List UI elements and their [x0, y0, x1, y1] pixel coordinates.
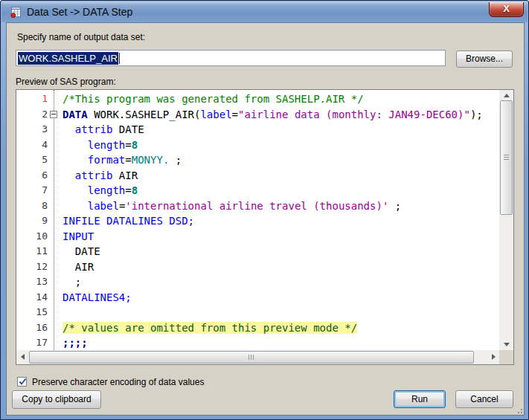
- code-line: 6 attrib AIR: [16, 168, 499, 184]
- code-line-text: /* values are omitted from this preview …: [62, 320, 357, 336]
- title-bar[interactable]: Data Set -> DATA Step X: [1, 1, 528, 22]
- line-number: 5: [16, 152, 48, 168]
- code-line: 16/* values are omitted from this previe…: [16, 320, 499, 336]
- resize-grip[interactable]: [515, 406, 522, 413]
- scroll-left-icon[interactable]: [16, 350, 28, 364]
- line-number: 10: [16, 229, 48, 245]
- window-title: Data Set -> DATA Step: [27, 6, 132, 18]
- code-line: 11 DATE: [16, 244, 499, 259]
- code-line-text: DATE: [62, 244, 100, 259]
- thumb-grip-icon: [504, 155, 509, 161]
- horizontal-scrollbar-thumb[interactable]: [29, 351, 474, 364]
- text-caret: [119, 53, 120, 64]
- line-number: 9: [16, 213, 48, 229]
- vertical-scrollbar[interactable]: [499, 90, 513, 350]
- line-number: 4: [16, 138, 48, 153]
- line-number: 17: [16, 335, 48, 350]
- code-line: 14DATALINES4;: [16, 290, 499, 306]
- run-button[interactable]: Run: [394, 390, 446, 408]
- code-line: 13 ;: [16, 274, 499, 290]
- line-number: 7: [16, 183, 48, 198]
- line-number: 1: [16, 91, 48, 107]
- code-line: 3 attrib DATE: [16, 122, 499, 138]
- code-line: 10INPUT: [16, 229, 499, 245]
- scroll-down-icon[interactable]: [499, 338, 513, 350]
- line-number: 13: [16, 274, 48, 290]
- line-number: 15: [16, 305, 48, 320]
- vertical-scrollbar-thumb[interactable]: [500, 100, 513, 215]
- line-number: 11: [16, 244, 48, 259]
- code-lines: 1/*This program was generated from SASHE…: [16, 91, 499, 350]
- line-number: 8: [16, 198, 48, 214]
- code-line-text: DATA WORK.SASHELP_AIR(label="airline dat…: [62, 107, 483, 123]
- code-line: 12 AIR: [16, 259, 499, 275]
- code-line: 9INFILE DATALINES DSD;: [16, 213, 499, 229]
- code-line: 8 label='international airline travel (t…: [16, 198, 499, 214]
- output-dataset-field[interactable]: WORK.SASHELP_AIR: [16, 50, 446, 66]
- thumb-grip-icon: [249, 355, 254, 360]
- code-line: 2DATA WORK.SASHELP_AIR(label="airline da…: [16, 107, 499, 123]
- line-number: 12: [16, 259, 48, 275]
- code-line-text: format=MONYY. ;: [62, 152, 182, 168]
- code-line-text: INPUT: [62, 229, 94, 245]
- preview-label: Preview of SAS program:: [16, 77, 116, 87]
- dialog-body: Specify name of output data set: WORK.SA…: [6, 22, 525, 416]
- close-button[interactable]: X: [489, 2, 524, 17]
- horizontal-scrollbar[interactable]: [16, 350, 499, 364]
- encoding-checkbox[interactable]: [17, 377, 27, 387]
- line-number: 14: [16, 290, 48, 306]
- code-line-text: attrib DATE: [62, 122, 144, 138]
- code-line: 15: [16, 305, 499, 320]
- code-line-text: length=8: [62, 183, 138, 198]
- code-line-text: AIR: [62, 259, 94, 275]
- scroll-right-icon[interactable]: [487, 350, 499, 364]
- code-line: 17;;;;: [16, 335, 499, 350]
- collapse-toggle-icon[interactable]: [50, 111, 57, 118]
- line-number: 3: [16, 122, 48, 138]
- data-set-icon: [10, 6, 22, 19]
- dialog-window: Data Set -> DATA Step X Specify name of …: [0, 0, 529, 420]
- code-line: 1/*This program was generated from SASHE…: [16, 91, 499, 107]
- sas-code-editor[interactable]: 1/*This program was generated from SASHE…: [16, 89, 514, 365]
- code-line-text: /*This program was generated from SASHEL…: [62, 91, 364, 107]
- browse-button[interactable]: Browse...: [456, 51, 513, 68]
- code-viewport[interactable]: 1/*This program was generated from SASHE…: [16, 90, 499, 350]
- code-line-text: DATALINES4;: [62, 290, 132, 306]
- code-line: 4 length=8: [16, 138, 499, 153]
- line-number: 6: [16, 168, 48, 184]
- line-number: 16: [16, 320, 48, 336]
- code-line-text: attrib AIR: [62, 168, 138, 184]
- code-line-text: ;: [62, 274, 81, 290]
- scrollbar-corner: [499, 350, 513, 364]
- code-line-text: label='international airline travel (tho…: [62, 198, 401, 214]
- selected-text: WORK.SASHELP_AIR: [18, 52, 118, 65]
- code-line-text: length=8: [62, 138, 138, 153]
- code-line-text: INFILE DATALINES DSD;: [62, 213, 194, 229]
- code-line: 7 length=8: [16, 183, 499, 198]
- code-line-text: ;;;;: [62, 335, 88, 350]
- line-number: 2: [16, 107, 48, 123]
- code-line: 5 format=MONYY. ;: [16, 152, 499, 168]
- output-dataset-label: Specify name of output data set:: [17, 32, 145, 42]
- copy-to-clipboard-button[interactable]: Copy to clipboard: [12, 390, 101, 409]
- encoding-checkbox-label[interactable]: Preserve character encoding of data valu…: [32, 377, 204, 387]
- cancel-button[interactable]: Cancel: [455, 390, 513, 408]
- checkmark-icon: [18, 377, 28, 387]
